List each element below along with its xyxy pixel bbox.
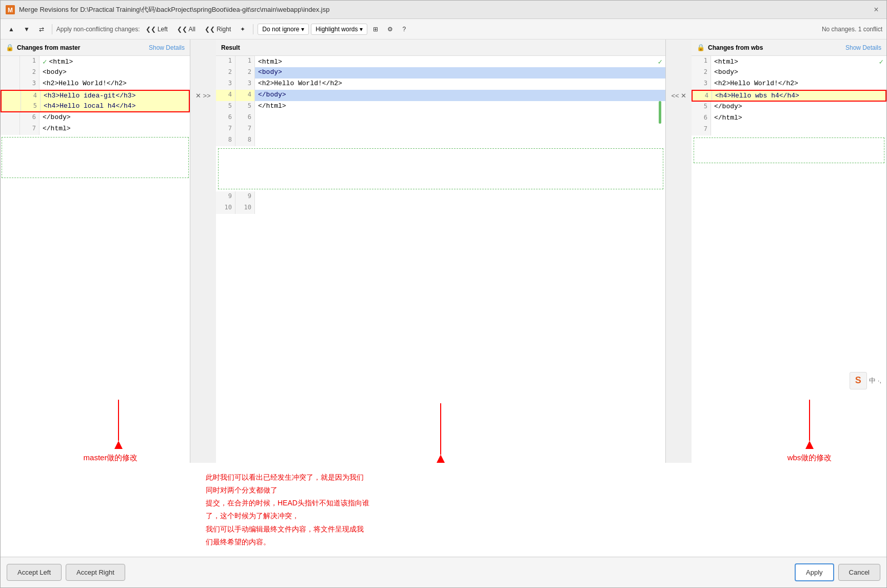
- checkmark-icon: ✓: [43, 57, 47, 66]
- table-row: 5 <h4>Hello local h4</h4>: [1, 101, 190, 112]
- highlight-dropdown[interactable]: Highlight words ▾: [311, 24, 367, 35]
- code-text: <html>: [49, 58, 73, 66]
- gutter-row: [666, 67, 692, 79]
- code-text: <h4>Hello local h4</h4>: [44, 102, 135, 110]
- table-row: 7: [692, 124, 886, 135]
- settings-button[interactable]: ⚙: [384, 24, 397, 35]
- accept-right-arrow-button[interactable]: <<: [671, 92, 679, 100]
- line-number: 3: [235, 79, 255, 90]
- line-number: 6: [692, 113, 711, 124]
- line-content: <h2>Hello World!</h2>: [711, 79, 886, 90]
- apply-all-button[interactable]: ❮❮ All: [173, 24, 199, 35]
- left-panel: 🔒 Changes from master Show Details 1 ✓ <…: [1, 40, 190, 463]
- reject-left-button[interactable]: ✕: [195, 92, 201, 100]
- line-number: 1: [692, 56, 711, 67]
- line-number: 4: [235, 90, 255, 101]
- line-number: 9: [216, 191, 235, 203]
- code-text: <h3>Hello idea-git</h3>: [44, 92, 135, 100]
- cancel-button[interactable]: Cancel: [838, 564, 880, 581]
- table-row: 7 7: [216, 124, 665, 135]
- wbs-annotation-label: wbs做的修改: [787, 453, 832, 463]
- table-row: 6 </body>: [1, 112, 190, 124]
- separator2: [253, 24, 253, 34]
- accept-right-button[interactable]: Accept Right: [66, 564, 125, 581]
- code-text: </body>: [714, 103, 742, 110]
- left-arrow-line: [118, 400, 119, 441]
- highlight-label: Highlight words: [316, 26, 358, 33]
- line-number: 5: [21, 101, 41, 111]
- table-row: 1 ✓ <html>: [1, 56, 190, 67]
- line-number: 7: [20, 124, 40, 135]
- table-row: 4 <h3>Hello idea-git</h3>: [1, 90, 190, 101]
- line-number: 6: [20, 112, 40, 124]
- accept-left-button[interactable]: Accept Left: [7, 564, 62, 581]
- conflict-indicator: [659, 101, 661, 124]
- center-panel-title: Result: [221, 44, 240, 51]
- table-row: 2 <body>: [1, 67, 190, 79]
- ignore-dropdown[interactable]: Do not ignore ▾: [258, 24, 309, 35]
- navigate-down-button[interactable]: ▼: [20, 24, 33, 35]
- line-number: 1: [20, 56, 40, 67]
- columns-button[interactable]: ⊞: [369, 24, 382, 35]
- center-empty-area: [218, 148, 663, 189]
- main-window: M Merge Revisions for D:\Practical Train…: [0, 0, 887, 588]
- line-number: 7: [692, 124, 711, 135]
- table-row: 10 10: [216, 203, 665, 214]
- line-number: [1, 124, 20, 135]
- three-way-diff: 🔒 Changes from master Show Details 1 ✓ <…: [1, 40, 886, 463]
- table-row: 3 <h2>Hello World!</h2>: [1, 79, 190, 90]
- apply-all-icon: ❮❮ All: [177, 26, 195, 33]
- right-panel-header: 🔒 Changes from wbs Show Details: [692, 40, 886, 56]
- line-number: 3: [216, 79, 235, 90]
- reject-right-button[interactable]: ✕: [681, 92, 686, 100]
- line-number: 4: [216, 90, 235, 101]
- sync-button[interactable]: ⇄: [35, 24, 48, 35]
- code-text: </html>: [43, 125, 71, 132]
- line-number: 10: [235, 203, 255, 214]
- table-row: 7 </html>: [1, 124, 190, 135]
- line-content: [255, 112, 665, 124]
- gutter-row: [190, 79, 216, 90]
- code-text: <h4>Hello wbs h4</h4>: [715, 92, 799, 100]
- gutter-row: [666, 124, 692, 135]
- magic-button[interactable]: ✦: [236, 24, 249, 35]
- right-panel: 🔒 Changes from wbs Show Details 1 <html>…: [692, 40, 886, 463]
- master-annotation-label: master做的修改: [84, 453, 138, 463]
- table-row: 6 </html>: [692, 113, 886, 124]
- apply-button[interactable]: Apply: [795, 563, 834, 581]
- code-text: <body>: [714, 68, 738, 76]
- line-content: [255, 191, 665, 203]
- empty-area: [2, 137, 189, 178]
- line-content: <h4>Hello wbs h4</h4>: [712, 91, 885, 101]
- apply-left-button[interactable]: ❮❮ Left: [142, 24, 171, 35]
- line-number: 7: [235, 124, 255, 135]
- line-content: </body>: [711, 102, 886, 113]
- dropdown-arrow-icon: ▾: [301, 26, 304, 33]
- up-arrow-icon: ▲: [8, 26, 14, 33]
- svg-text:M: M: [8, 7, 13, 14]
- line-number: 7: [216, 124, 235, 135]
- apply-right-button[interactable]: ❮❮ Right: [201, 24, 234, 35]
- left-show-details-link[interactable]: Show Details: [149, 44, 185, 51]
- right-show-details-link[interactable]: Show Details: [845, 44, 881, 51]
- code-text: </html>: [714, 114, 742, 122]
- line-content: <body>: [255, 67, 665, 79]
- close-button[interactable]: ×: [871, 5, 881, 15]
- separator: [52, 24, 52, 34]
- gutter-row: [190, 67, 216, 79]
- gutter-row: [190, 124, 216, 135]
- navigate-up-button[interactable]: ▲: [5, 24, 18, 35]
- line-number: [1, 79, 20, 90]
- line-number: 1: [216, 56, 235, 67]
- code-text: </body>: [43, 113, 71, 121]
- center-annotation: [216, 398, 665, 463]
- toolbar: ▲ ▼ ⇄ Apply non-conflicting changes: ❮❮ …: [1, 19, 886, 40]
- code-text: </body>: [258, 91, 286, 99]
- gutter-row: [666, 56, 692, 67]
- line-number: 5: [692, 102, 711, 113]
- left-panel-title: Changes from master: [17, 44, 80, 51]
- help-button[interactable]: ?: [399, 24, 409, 35]
- accept-left-arrow-button[interactable]: >>: [203, 92, 210, 100]
- center-code-editor[interactable]: 1 1 <html> ✓ 2 2 <body>: [216, 56, 665, 398]
- right-gutter: << ✕: [666, 40, 692, 463]
